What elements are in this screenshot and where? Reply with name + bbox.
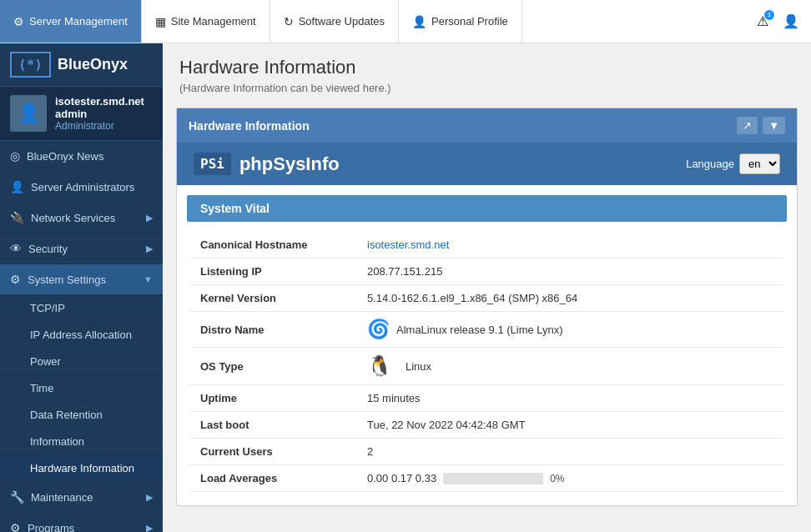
- sidebar-item-security[interactable]: 👁 Security ▶: [0, 233, 163, 264]
- logo-box: (*): [10, 52, 51, 78]
- sidebar-sub-item-time[interactable]: Time: [0, 375, 163, 402]
- tab-site-management[interactable]: ▦ Site Management: [142, 0, 270, 43]
- field-label: Distro Name: [190, 312, 357, 348]
- sidebar-sub-item-power[interactable]: Power: [0, 349, 163, 375]
- nav-label: Server Administrators: [31, 181, 153, 193]
- sidebar-item-blueonyx-news[interactable]: ◎ BlueOnyx News: [0, 141, 163, 172]
- hostname-value[interactable]: isotester.smd.net: [367, 238, 449, 251]
- panel-share-button[interactable]: ↗: [737, 117, 758, 134]
- phpsysinfo-logo: PSi phpSysInfo: [194, 153, 340, 175]
- expand-icon: ▶: [146, 523, 153, 533]
- sidebar-item-programs[interactable]: ⚙ Programs ▶: [0, 513, 163, 532]
- sub-nav-label: IP Address Allocation: [30, 329, 132, 341]
- sidebar-logo: (*) BlueOnyx: [0, 43, 163, 87]
- field-label: Last boot: [190, 412, 357, 439]
- phpsysinfo-logo-box: PSi: [194, 153, 231, 175]
- network-icon: 🔌: [10, 211, 24, 224]
- panel-body: PSi phpSysInfo Language en de fr Syst: [177, 143, 797, 505]
- field-value: Tue, 22 Nov 2022 04:42:48 GMT: [357, 412, 783, 439]
- sub-nav-label: Hardware Information: [30, 462, 134, 474]
- sidebar-sub-item-data-retention[interactable]: Data Retention: [0, 402, 163, 429]
- settings-icon: ⚙: [10, 273, 21, 286]
- phpsysinfo-header: PSi phpSysInfo Language en de fr: [177, 143, 797, 185]
- sub-nav-label: Time: [30, 382, 53, 394]
- software-updates-icon: ↻: [284, 15, 294, 28]
- user-info: isotester.smd.net admin Administrator: [55, 95, 144, 132]
- distro-name: AlmaLinux release 9.1 (Lime Lynx): [396, 324, 563, 336]
- os-value: Linux: [406, 360, 431, 373]
- field-label: Canonical Hostname: [190, 232, 357, 258]
- sidebar-item-server-administrators[interactable]: 👤 Server Administrators: [0, 172, 163, 203]
- top-navigation: ⚙ Server Management ▦ Site Management ↻ …: [0, 0, 811, 43]
- panel-expand-button[interactable]: ▼: [763, 117, 785, 134]
- tab-software-updates[interactable]: ↻ Software Updates: [270, 0, 399, 43]
- tab-label: Software Updates: [299, 15, 385, 28]
- table-row: Canonical Hostname isotester.smd.net: [190, 232, 783, 258]
- load-value: 0.00 0.17 0.33: [367, 472, 436, 484]
- field-value: 2: [357, 439, 783, 465]
- sub-nav-label: Information: [30, 435, 84, 448]
- field-value: 15 minutes: [357, 385, 783, 412]
- sub-nav-label: TCP/IP: [30, 302, 65, 314]
- nav-label: Programs: [28, 522, 139, 533]
- nav-label: Security: [28, 243, 139, 255]
- sub-nav-label: Power: [30, 355, 61, 368]
- user-icon: 👤: [783, 13, 799, 29]
- table-row: OS Type 🐧 Linux: [190, 348, 783, 385]
- table-row: Listening IP 208.77.151.215: [190, 258, 783, 285]
- tab-label: Server Management: [29, 15, 128, 28]
- table-row: Distro Name 🌀 AlmaLinux release 9.1 (Lim…: [190, 312, 783, 348]
- sidebar-item-network-services[interactable]: 🔌 Network Services ▶: [0, 203, 163, 233]
- tab-label: Site Management: [171, 15, 256, 28]
- expand-icon: ▶: [146, 213, 153, 223]
- expand-icon: ▶: [146, 492, 153, 503]
- sidebar-item-maintenance[interactable]: 🔧 Maintenance ▶: [0, 482, 163, 513]
- avatar-icon: 👤: [18, 103, 40, 124]
- field-label: OS Type: [190, 348, 357, 385]
- user-email: isotester.smd.net: [55, 95, 144, 108]
- table-row: Kernel Version 5.14.0-162.6.1.el9_1.x86_…: [190, 285, 783, 312]
- logo-text: BlueOnyx: [58, 56, 128, 73]
- field-label: Listening IP: [190, 258, 357, 285]
- info-table-wrap: Canonical Hostname isotester.smd.net Lis…: [177, 232, 797, 505]
- username: admin: [55, 108, 144, 120]
- phpsysinfo-title: phpSysInfo: [239, 153, 340, 175]
- panel-actions: ↗ ▼: [737, 117, 785, 134]
- sidebar-sub-item-tcpip[interactable]: TCP/IP: [0, 295, 163, 322]
- sidebar-item-system-settings[interactable]: ⚙ System Settings ▼: [0, 264, 163, 295]
- programs-icon: ⚙: [10, 521, 21, 532]
- page-title: Hardware Information: [179, 57, 794, 78]
- system-vital-title: System Vital: [200, 202, 269, 215]
- hardware-panel: Hardware Information ↗ ▼ PSi phpSysInfo …: [176, 108, 798, 506]
- almalinux-icon: 🌀: [367, 319, 390, 340]
- panel-header: Hardware Information ↗ ▼: [177, 108, 797, 143]
- avatar: 👤: [10, 95, 47, 132]
- field-label: Kernel Version: [190, 285, 357, 312]
- table-row: Uptime 15 minutes: [190, 385, 783, 412]
- expand-icon: ▼: [144, 274, 153, 284]
- sidebar-user: 👤 isotester.smd.net admin Administrator: [0, 87, 163, 141]
- user-button[interactable]: 👤: [778, 8, 804, 35]
- security-icon: 👁: [10, 242, 22, 255]
- notification-badge: 1: [764, 10, 774, 20]
- field-value: 5.14.0-162.6.1.el9_1.x86_64 (SMP) x86_64: [357, 285, 783, 312]
- language-select[interactable]: en de fr: [739, 153, 780, 174]
- table-row: Load Averages 0.00 0.17 0.33 0%: [190, 465, 783, 492]
- field-label: Uptime: [190, 385, 357, 412]
- site-management-icon: ▦: [155, 15, 166, 28]
- sidebar-sub-item-hardware-information[interactable]: Hardware Information: [0, 455, 163, 482]
- tab-personal-profile[interactable]: 👤 Personal Profile: [399, 0, 522, 43]
- field-value: 0.00 0.17 0.33 0%: [357, 465, 783, 492]
- load-percent: 0%: [550, 473, 564, 484]
- user-role[interactable]: Administrator: [55, 120, 144, 132]
- load-bar-wrap: 0.00 0.17 0.33 0%: [367, 472, 773, 484]
- sidebar-sub-item-information[interactable]: Information: [0, 429, 163, 455]
- info-table: Canonical Hostname isotester.smd.net Lis…: [190, 232, 783, 492]
- sidebar-sub-item-ip-address[interactable]: IP Address Allocation: [0, 322, 163, 349]
- alert-button[interactable]: ⚠ 1: [749, 8, 776, 35]
- nav-label: Maintenance: [31, 491, 139, 504]
- personal-profile-icon: 👤: [412, 15, 426, 28]
- nav-label: Network Services: [31, 212, 139, 224]
- field-label: Load Averages: [190, 465, 357, 492]
- tab-server-management[interactable]: ⚙ Server Management: [0, 0, 142, 43]
